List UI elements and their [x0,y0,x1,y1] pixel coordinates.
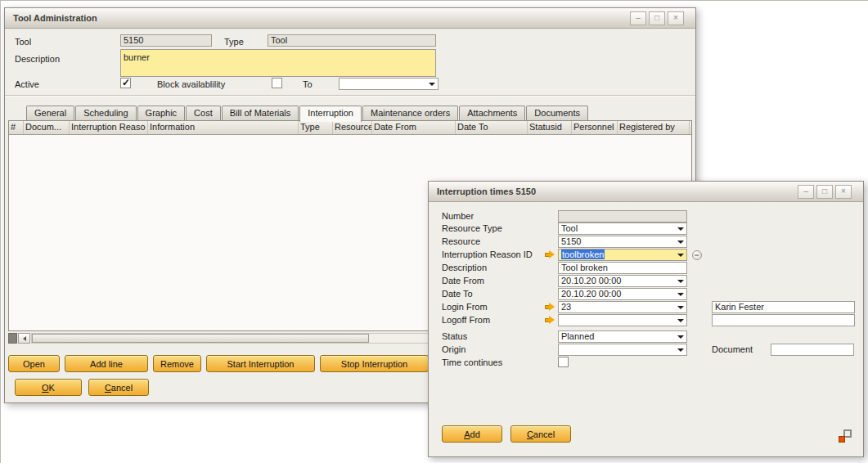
tab-bar: General Scheduling Graphic Cost Bill of … [26,106,589,121]
col-registered-by[interactable]: Registered by [618,121,690,134]
document-label: Document [712,344,753,354]
type-field: Tool [268,34,436,47]
col-information[interactable]: Information [148,121,299,134]
open-button[interactable]: Open [8,355,60,372]
tab-documents[interactable]: Documents [526,106,588,121]
block-availability-checkbox[interactable] [272,78,282,88]
col-date-to[interactable]: Date To [456,121,528,134]
to-combobox[interactable] [339,78,438,90]
logoff-from-link-arrow-icon[interactable] [544,316,555,325]
document-field[interactable] [771,344,854,356]
col-filler [690,121,693,134]
date-from-label: Date From [442,276,484,285]
minimize-icon[interactable]: – [630,11,646,25]
col-personnel-id[interactable]: Personnel I [572,121,618,134]
col-date-from[interactable]: Date From [372,121,456,134]
dialog-close-icon[interactable]: × [835,185,852,199]
expand-form-icon[interactable] [839,429,852,443]
tab-scheduling[interactable]: Scheduling [75,106,136,121]
login-from-user-field[interactable]: Karin Fester [712,301,855,313]
date-to-label: Date To [442,289,473,299]
resource-label: Resource [442,236,480,246]
main-window-title: Tool Administration [13,13,97,23]
tool-label: Tool [15,37,31,47]
interruption-reason-label: Interruption Reason ID [442,249,533,259]
dialog-cancel-button[interactable]: Cancel [510,425,571,443]
interruption-times-dialog: Interruption times 5150 – □ × Number Res… [428,181,864,457]
scroll-left-icon[interactable] [18,333,30,344]
login-from-combobox[interactable]: 23 [558,301,687,313]
reason-selected-text: toolbroken [561,249,605,259]
description-label: Description [15,54,60,64]
tab-interruption[interactable]: Interruption [299,106,362,122]
reason-lookup-icon[interactable] [692,250,702,260]
add-line-button[interactable]: Add line [65,355,148,372]
table-header-row: # Docum... Interruption Reaso Informatio… [9,121,691,135]
splitter-box[interactable] [8,333,17,344]
date-to-combobox[interactable]: 20.10.20 00:00 [558,288,687,300]
reason-link-arrow-icon[interactable] [544,250,555,259]
tab-graphic[interactable]: Graphic [137,106,186,121]
status-combobox[interactable]: Planned [558,330,687,343]
main-window-controls: – □ × [630,11,687,25]
col-resource[interactable]: Resource [333,121,372,134]
ok-button[interactable]: OK [15,379,82,396]
interruption-reason-combobox[interactable]: toolbroken [558,249,687,261]
login-from-label: Login From [442,302,488,312]
tab-bill-of-materials[interactable]: Bill of Materials [222,106,299,121]
add-button[interactable]: Add [442,425,502,443]
dialog-minimize-icon[interactable]: – [798,185,814,199]
dialog-titlebar[interactable]: Interruption times 5150 – □ × [429,182,863,202]
type-label: Type [224,37,244,47]
block-availability-label: Block availablility [157,79,225,89]
logoff-from-label: Logoff From [442,315,490,325]
resource-combobox[interactable]: 5150 [558,236,687,248]
cancel-button[interactable]: Cancel [88,379,149,396]
col-document[interactable]: Docum... [24,121,70,134]
time-continues-checkbox[interactable] [558,357,569,367]
origin-label: Origin [442,344,465,354]
col-row-number[interactable]: # [9,121,24,134]
tool-field: 5150 [120,34,212,47]
form-separator [5,95,695,97]
active-checkbox[interactable] [120,78,131,88]
remove-button[interactable]: Remove [153,355,201,372]
number-field [558,210,687,223]
dialog-description-field[interactable]: Tool broken [558,262,687,274]
resource-type-combobox[interactable]: Tool [558,223,687,235]
maximize-icon[interactable]: □ [649,11,665,25]
dialog-title: Interruption times 5150 [437,187,536,196]
start-interruption-button[interactable]: Start Interruption [206,355,315,372]
col-interruption-reason[interactable]: Interruption Reaso [70,121,148,134]
login-from-link-arrow-icon[interactable] [544,303,555,312]
time-continues-label: Time continues [442,357,502,367]
tab-general[interactable]: General [26,106,74,121]
active-label: Active [15,79,39,89]
col-statusid[interactable]: Statusid [528,121,572,134]
status-label: Status [442,331,467,341]
col-type[interactable]: Type [299,121,333,134]
screen: Tool Administration – □ × Tool 5150 Type… [0,0,868,463]
resource-type-label: Resource Type [442,223,502,233]
tab-attachments[interactable]: Attachments [459,106,525,121]
dialog-window-controls: – □ × [798,185,855,199]
to-label: To [303,79,313,89]
stop-interruption-button[interactable]: Stop Interruption [320,355,429,372]
dialog-maximize-icon[interactable]: □ [816,185,833,199]
description-field[interactable]: burner [120,49,436,77]
logoff-from-combobox[interactable] [558,314,687,326]
tab-cost[interactable]: Cost [186,106,221,121]
origin-combobox[interactable] [558,344,687,356]
h-scrollbar-thumb[interactable] [32,334,369,343]
date-from-combobox[interactable]: 20.10.20 00:00 [558,275,687,287]
dialog-description-label: Description [442,263,487,272]
tab-maintenance-orders[interactable]: Maintenance orders [362,106,458,121]
number-label: Number [442,211,474,221]
main-titlebar[interactable]: Tool Administration – □ × [5,8,695,29]
close-icon[interactable]: × [668,11,684,25]
logoff-from-user-field[interactable] [712,314,855,326]
